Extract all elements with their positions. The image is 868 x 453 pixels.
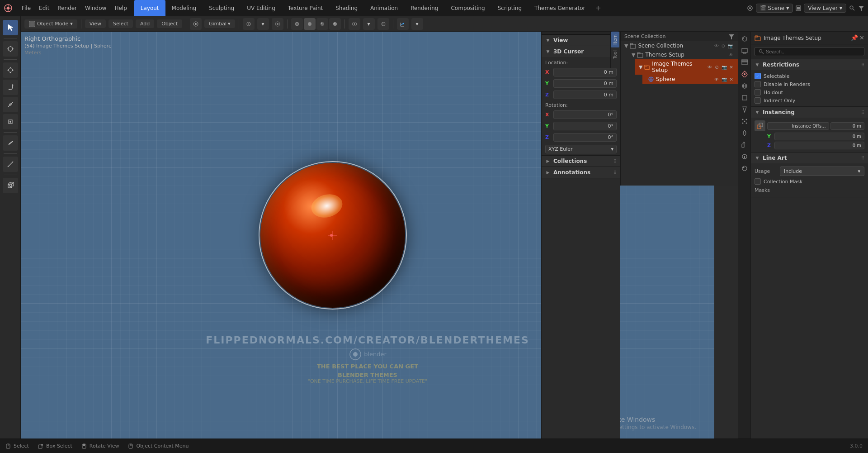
proportional-edit-btn[interactable] — [272, 18, 283, 30]
select-tool[interactable] — [3, 20, 18, 35]
xray-btn[interactable] — [377, 18, 389, 30]
transform-tool[interactable] — [3, 114, 18, 129]
scale-tool[interactable] — [3, 97, 18, 112]
outliner-item-themes-setup[interactable]: ▼ Themes Setup 👁 — [628, 50, 738, 59]
restrictions-header[interactable]: ▼ Restrictions ⠿ — [751, 59, 868, 70]
rotation-mode-dropdown[interactable]: XYZ Euler ▾ — [545, 145, 617, 153]
annotations-section-header[interactable]: ▶ Annotations ⠿ — [542, 167, 620, 178]
world-props-icon[interactable] — [739, 81, 750, 91]
themes-eye-icon[interactable]: 👁 — [728, 52, 734, 58]
render-props-icon[interactable] — [739, 33, 750, 44]
render-icon[interactable]: 📷 — [727, 43, 734, 49]
props-pin-btn[interactable]: 📌 — [851, 34, 858, 41]
outliner-item-image-themes-setup[interactable]: ▼ Image Themes Setup 👁 ⊙ 📷 ✕ — [635, 59, 738, 75]
instance-z-val[interactable]: 0 m — [774, 142, 864, 149]
image-select-icon[interactable]: ⊙ — [714, 64, 719, 70]
scene-selector[interactable]: 🎬 Scene ▾ — [756, 4, 793, 13]
disable-renders-checkbox[interactable] — [755, 81, 761, 87]
window-menu[interactable]: Window — [81, 4, 110, 12]
tab-texture-paint[interactable]: Texture Paint — [282, 0, 329, 16]
rotate-tool[interactable] — [3, 80, 18, 95]
rot-x-value[interactable]: 0° — [553, 110, 617, 119]
rendered-btn[interactable] — [329, 18, 341, 30]
instance-y-val[interactable]: 0 m — [774, 133, 864, 140]
eye-icon[interactable]: 👁 — [713, 43, 720, 49]
file-menu[interactable]: File — [18, 4, 34, 12]
tab-scripting[interactable]: Scripting — [491, 0, 528, 16]
add-menu-btn[interactable]: Add — [136, 19, 154, 28]
filter-icon[interactable] — [858, 5, 864, 11]
image-eye-icon[interactable]: 👁 — [707, 64, 713, 70]
sphere-close-icon[interactable]: ✕ — [729, 76, 734, 82]
loc-z-value[interactable]: 0 m — [553, 91, 617, 99]
object-props-icon[interactable] — [739, 92, 750, 103]
annotate-tool[interactable] — [3, 135, 18, 151]
image-close-icon[interactable]: ✕ — [729, 64, 734, 70]
select-menu-btn[interactable]: Select — [108, 19, 133, 28]
app-logo[interactable] — [0, 0, 16, 16]
search-input[interactable] — [766, 49, 860, 54]
solid-btn[interactable] — [304, 18, 316, 30]
view-menu-btn[interactable]: View — [85, 19, 106, 28]
mode-selector[interactable]: Object Mode ▾ — [24, 19, 77, 29]
material-preview-btn[interactable] — [316, 18, 328, 30]
modifier-props-icon[interactable] — [739, 104, 750, 115]
add-workspace-button[interactable]: + — [591, 0, 604, 16]
cursor-section-header[interactable]: ▼ 3D Cursor ⠿ — [542, 46, 620, 57]
view-layer-selector[interactable]: View Layer ▾ — [804, 4, 846, 13]
tab-shading[interactable]: Shading — [329, 0, 364, 16]
overlay-btn[interactable] — [349, 18, 360, 30]
indirect-only-checkbox[interactable] — [755, 97, 761, 104]
snap-toggle[interactable] — [243, 18, 255, 30]
help-menu[interactable]: Help — [111, 4, 130, 12]
tab-themes-generator[interactable]: Themes Generator — [528, 0, 591, 16]
overlay-dropdown[interactable]: ▾ — [363, 18, 375, 30]
tab-compositing[interactable]: Compositing — [444, 0, 491, 16]
transform-orientation-btn[interactable]: Gimbal▾ — [204, 19, 235, 28]
line-art-header[interactable]: ▼ Line Art ⠿ — [751, 153, 868, 163]
particles-props-icon[interactable] — [739, 116, 750, 127]
collections-section-header[interactable]: ▶ Collections ⠿ — [542, 156, 620, 167]
select-icon[interactable]: ⊙ — [721, 43, 726, 49]
view-layer-props-icon[interactable] — [739, 57, 750, 68]
snap-settings[interactable]: ▾ — [257, 18, 269, 30]
tab-layout[interactable]: Layout — [134, 0, 165, 16]
rot-z-value[interactable]: 0° — [553, 133, 617, 142]
graph-dropdown[interactable]: ▾ — [411, 18, 423, 30]
outliner-item-scene-collection[interactable]: ▼ Scene Collection 👁 ⊙ 📷 — [621, 41, 738, 50]
data-props-icon[interactable] — [739, 151, 750, 162]
tab-modeling[interactable]: Modeling — [165, 0, 203, 16]
add-cube-tool[interactable] — [3, 178, 18, 193]
n-tab-tool[interactable]: Tool — [611, 48, 619, 62]
tab-animation[interactable]: Animation — [364, 0, 404, 16]
render-menu[interactable]: Render — [54, 4, 80, 12]
tab-uv-editing[interactable]: UV Editing — [241, 0, 282, 16]
n-tab-item[interactable]: Item — [611, 32, 619, 48]
measure-tool[interactable] — [3, 157, 18, 172]
constraints-props-icon[interactable] — [739, 139, 750, 150]
loc-y-value[interactable]: 0 m — [553, 79, 617, 88]
rot-y-value[interactable]: 0° — [553, 122, 617, 130]
usage-dropdown[interactable]: Include ▾ — [780, 167, 864, 176]
move-tool[interactable] — [3, 62, 18, 78]
tab-rendering[interactable]: Rendering — [404, 0, 444, 16]
props-close-btn[interactable]: ✕ — [859, 34, 864, 41]
sphere-cam-icon[interactable]: 📷 — [721, 76, 728, 82]
object-menu-btn[interactable]: Object — [157, 19, 182, 28]
instancing-header[interactable]: ▼ Instancing ⠿ — [751, 107, 868, 118]
transform-pivot-btn[interactable] — [190, 18, 202, 30]
global-search-icon[interactable] — [849, 5, 855, 11]
tab-sculpting[interactable]: Sculpting — [203, 0, 241, 16]
instance-offset-x-val[interactable]: 0 m — [830, 122, 864, 130]
selectable-checkbox[interactable]: ✓ — [755, 73, 761, 79]
outliner-item-sphere[interactable]: Sphere 👁 📷 ✕ — [642, 75, 738, 84]
output-props-icon[interactable] — [739, 45, 750, 56]
wireframe-btn[interactable] — [291, 18, 303, 30]
outliner-filter-icon[interactable] — [729, 34, 734, 39]
scene-props-icon[interactable] — [739, 69, 750, 80]
sphere-eye-icon[interactable]: 👁 — [713, 76, 720, 82]
view-section-header[interactable]: ▼ View ⠿ — [542, 35, 620, 46]
edit-menu[interactable]: Edit — [35, 4, 53, 12]
physics-props-icon[interactable] — [739, 128, 750, 138]
material-props-icon[interactable] — [739, 163, 750, 174]
